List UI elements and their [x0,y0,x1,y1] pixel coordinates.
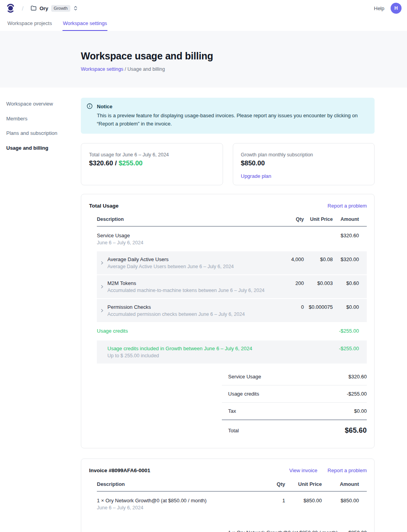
totals-row: Tax $0.00 [222,403,367,419]
row-title: Usage credits [97,328,277,334]
usage-card-title: Total Usage [89,203,119,209]
sidebar-item-members[interactable]: Members [6,114,81,124]
totals-row: Usage credits -$255.00 [222,385,367,403]
info-icon [87,103,93,128]
row-qty: 1 [258,498,285,503]
workspace-switcher[interactable]: Ory Growth [30,4,79,13]
subscription-card: Growth plan monthly subscription $850.00… [233,143,375,185]
totals-amount: $0.00 [354,408,367,414]
workspace-name: Ory [39,5,48,11]
col-amount: Amount [322,481,367,487]
chevron-right-icon[interactable] [100,261,104,265]
breadcrumb-current: Usage and billing [127,66,165,72]
row-amount: $320.60 [333,233,367,238]
usage-totals: Service Usage $320.60 Usage credits -$25… [222,368,367,440]
row-unit-price: $0.003 [304,280,333,286]
subscription-label: Growth plan monthly subscription [241,152,367,158]
user-avatar[interactable]: H [391,3,402,14]
totals-label: Service Usage [228,374,261,380]
upgrade-plan-link[interactable]: Upgrade plan [241,173,271,179]
table-row[interactable]: M2M TokensAccumulated machine-to-machine… [97,275,367,298]
totals-label: Total [228,428,239,433]
totals-label: 1 × Ory Network Growth@0 (at $850.00 / m… [228,530,338,532]
total-usage-value: $320.60 / $255.00 [89,159,215,167]
page-header: Workspace usage and billing Workspace se… [0,31,407,88]
row-amount: $320.00 [333,256,367,262]
col-qty: Qty [258,481,285,487]
row-subtitle: June 6 – July 6, 2024 [97,505,258,511]
summary-cards: Total usage for June 6 – July 6, 2024 $3… [81,143,375,185]
table-row[interactable]: Permission ChecksAccumulated permission … [97,299,367,322]
row-subtitle: Up to $ 255.00 included [107,353,277,358]
row-amount: $0.60 [333,280,367,286]
row-amount: -$255.00 [333,346,367,351]
totals-label: Usage credits [228,391,259,397]
totals-amount: -$255.00 [347,391,367,397]
invoice-totals: 1 × Ory Network Growth@0 (at $850.00 / m… [222,524,367,532]
totals-label: Tax [228,408,236,414]
tab-workspace-settings[interactable]: Workspace settings [62,16,107,31]
usage-value-separator: / [113,159,118,167]
breadcrumb: Workspace settings / Usage and billing [81,66,407,72]
row-subtitle: Accumulated machine-to-machine tokens be… [107,288,264,293]
ory-logo-icon[interactable] [6,3,15,13]
usage-table: Description Qty Unit Price Amount Servic… [97,217,367,364]
row-unit-price: $0.000075 [304,304,333,310]
grand-total-amount: $65.60 [345,426,367,435]
top-bar: / Ory Growth Help H [0,0,407,16]
notice-text: This is a preview feature for displaying… [97,112,366,128]
invoice-table-header: Description Qty Unit Price Amount [97,481,367,492]
usage-table-header: Description Qty Unit Price Amount [97,217,367,227]
row-qty: 200 [277,280,304,286]
sidebar-item-usage-billing[interactable]: Usage and billing [6,143,81,153]
col-description: Description [97,217,277,222]
included-amount: $255.00 [119,159,143,167]
row-amount: -$255.00 [333,328,367,334]
totals-row: Service Usage $320.60 [222,368,367,385]
total-usage-card: Total usage for June 6 – July 6, 2024 $3… [81,143,223,185]
row-qty: 0 [277,304,304,310]
main-content: Notice This is a preview feature for dis… [81,88,375,532]
col-amount: Amount [333,217,367,222]
table-row: 1 × Ory Network Growth@0 (at $850.00 / m… [97,492,367,516]
row-title: Average Daily Active Users [107,256,234,262]
row-qty: 4,000 [277,256,304,262]
col-unit-price: Unit Price [285,481,322,487]
caret-sort-icon [73,5,78,11]
page-title: Workspace usage and billing [81,50,407,62]
chevron-right-icon[interactable] [100,285,104,289]
table-row[interactable]: Average Daily Active UsersAverage Daily … [97,251,367,274]
total-usage-label: Total usage for June 6 – July 6, 2024 [89,152,215,158]
breadcrumb-divider: / [123,66,127,72]
totals-row: 1 × Ory Network Growth@0 (at $850.00 / m… [222,524,367,532]
chevron-right-icon[interactable] [100,308,104,313]
col-unit-price: Unit Price [304,217,333,222]
view-invoice-link[interactable]: View invoice [289,468,318,473]
usage-amount: $320.60 [89,159,113,167]
row-title: Service Usage [97,233,277,238]
col-qty: Qty [277,217,304,222]
report-problem-link[interactable]: Report a problem [328,203,367,209]
sidebar-item-plans-subscription[interactable]: Plans and subscription [6,128,81,138]
tab-workspace-projects[interactable]: Workspace projects [7,16,52,31]
sidebar-item-workspace-overview[interactable]: Workspace overview [6,99,81,109]
usage-invoice-card: Total Usage Report a problem Description… [81,194,375,448]
totals-row-total: Total $65.60 [222,419,367,440]
subscription-value: $850.00 [241,159,367,167]
breadcrumb-settings-link[interactable]: Workspace settings [81,66,123,72]
row-title: 1 × Ory Network Growth@0 (at $850.00 / m… [97,498,258,503]
row-amount: $850.00 [322,498,367,503]
row-amount: $0.00 [333,304,367,310]
preview-notice: Notice This is a preview feature for dis… [81,98,375,134]
row-subtitle: Average Daily Active Users between June … [107,264,234,269]
notice-title: Notice [97,103,366,111]
breadcrumb-separator: / [22,5,23,12]
row-title: M2M Tokens [107,280,264,286]
totals-amount: $320.60 [348,374,367,380]
help-button[interactable]: Help [374,5,384,11]
folder-icon [30,5,37,11]
workspace-tabs: Workspace projects Workspace settings [0,16,407,31]
row-subtitle: Accumulated permission checks between Ju… [107,312,245,317]
report-problem-link[interactable]: Report a problem [328,468,367,473]
row-unit-price: $0.08 [304,256,333,262]
